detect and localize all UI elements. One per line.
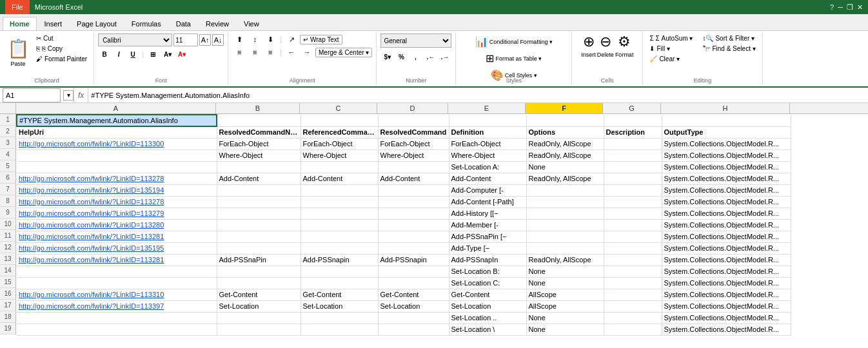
table-cell[interactable]: ForEach-Object (449, 138, 526, 150)
table-cell[interactable]: http://go.microsoft.com/fwlink/?LinkID=1… (17, 196, 217, 208)
table-cell[interactable]: Add-Content (301, 173, 378, 184)
table-cell[interactable]: http://go.microsoft.com/fwlink/?LinkID=1… (17, 138, 217, 150)
table-cell[interactable] (604, 138, 662, 150)
table-cell[interactable] (17, 312, 217, 324)
close-button[interactable]: ✕ (857, 3, 863, 12)
table-cell[interactable] (301, 312, 378, 324)
tab-home[interactable]: Home (3, 17, 37, 30)
table-cell[interactable] (378, 208, 449, 219)
table-cell[interactable] (604, 150, 662, 161)
table-cell[interactable] (217, 324, 301, 335)
table-cell[interactable] (526, 115, 604, 126)
table-cell[interactable]: System.Collections.ObjectModel.R... (662, 138, 791, 150)
table-cell[interactable] (526, 196, 604, 208)
table-cell[interactable]: ReadOnly, AllScope (526, 150, 604, 161)
table-cell[interactable]: OutputType (662, 126, 791, 138)
align-bottom-button[interactable]: ⬇ (263, 34, 277, 45)
comma-button[interactable]: , (409, 50, 422, 63)
table-cell[interactable] (378, 266, 449, 277)
table-cell[interactable] (17, 150, 217, 161)
decrease-font-button[interactable]: A↓ (212, 34, 224, 46)
table-cell[interactable]: Get-Content (449, 289, 526, 300)
table-cell[interactable]: http://go.microsoft.com/fwlink/?LinkID=1… (17, 289, 217, 300)
table-cell[interactable]: ReadOnly, AllScope (526, 173, 604, 184)
table-cell[interactable] (604, 219, 662, 231)
table-cell[interactable]: System.Collections.ObjectModel.R... (662, 219, 791, 231)
table-cell[interactable]: Add-PSSnaPin [− (449, 231, 526, 242)
table-cell[interactable] (17, 324, 217, 335)
table-cell[interactable] (604, 161, 662, 173)
accounting-button[interactable]: $▾ (380, 50, 393, 63)
col-header-h[interactable]: H (661, 103, 790, 113)
table-cell[interactable] (378, 184, 449, 196)
table-cell[interactable] (17, 277, 217, 289)
tab-data[interactable]: Data (169, 17, 198, 30)
table-cell[interactable]: System.Collections.ObjectModel.R... (662, 231, 791, 242)
table-cell[interactable] (604, 242, 662, 254)
table-cell[interactable]: ResolvedCommandName (217, 126, 301, 138)
table-cell[interactable] (17, 266, 217, 277)
table-cell[interactable] (378, 219, 449, 231)
table-cell[interactable] (217, 196, 301, 208)
table-cell[interactable]: System.Collections.ObjectModel.R... (662, 150, 791, 161)
fill-button[interactable]: ⬇ Fill ▾ (647, 44, 695, 53)
table-cell[interactable] (301, 219, 378, 231)
table-cell[interactable] (217, 231, 301, 242)
table-cell[interactable]: Description (604, 126, 662, 138)
table-cell[interactable] (217, 115, 301, 126)
table-cell[interactable]: System.Collections.ObjectModel.R... (662, 277, 791, 289)
cell-reference-input[interactable] (3, 88, 61, 102)
increase-decimal-button[interactable]: .→ (437, 50, 450, 63)
table-cell[interactable]: Set-Location C: (449, 277, 526, 289)
table-cell[interactable]: http://go.microsoft.com/fwlink/?LinkID=1… (17, 254, 217, 266)
table-cell[interactable] (604, 312, 662, 324)
table-cell[interactable] (217, 242, 301, 254)
table-cell[interactable] (378, 242, 449, 254)
table-cell[interactable]: HelpUri (17, 126, 217, 138)
table-cell[interactable] (301, 208, 378, 219)
table-cell[interactable]: Where-Object (378, 150, 449, 161)
table-cell[interactable] (604, 300, 662, 312)
table-cell[interactable] (604, 231, 662, 242)
table-cell[interactable]: Add-Member [- (449, 219, 526, 231)
table-cell[interactable]: Set-Location B: (449, 266, 526, 277)
table-cell[interactable] (301, 161, 378, 173)
table-cell[interactable] (526, 208, 604, 219)
table-cell[interactable]: System.Collections.ObjectModel.R... (662, 196, 791, 208)
table-cell[interactable]: None (526, 277, 604, 289)
font-family-select[interactable]: Calibri (98, 34, 172, 46)
table-cell[interactable] (217, 161, 301, 173)
file-button[interactable]: File (5, 0, 30, 14)
table-cell[interactable] (301, 266, 378, 277)
table-cell[interactable]: System.Collections.ObjectModel.R... (662, 312, 791, 324)
formula-expand-button[interactable]: ▾ (63, 90, 74, 101)
table-cell[interactable] (301, 324, 378, 335)
table-cell[interactable] (604, 196, 662, 208)
align-center-button[interactable]: ≡ (248, 46, 262, 58)
align-right-button[interactable]: ≡ (263, 46, 277, 58)
table-cell[interactable] (378, 161, 449, 173)
table-cell[interactable]: Get-Content (301, 289, 378, 300)
table-cell[interactable]: http://go.microsoft.com/fwlink/?LinkID=1… (17, 208, 217, 219)
table-cell[interactable]: ForEach-Object (301, 138, 378, 150)
table-cell[interactable] (378, 231, 449, 242)
table-cell[interactable] (301, 231, 378, 242)
table-cell[interactable]: System.Collections.ObjectModel.R... (662, 254, 791, 266)
table-cell[interactable]: ForEach-Object (217, 138, 301, 150)
format-label[interactable]: Format (615, 52, 634, 58)
table-cell[interactable]: System.Collections.ObjectModel.R... (662, 161, 791, 173)
table-cell[interactable] (526, 219, 604, 231)
table-cell[interactable] (217, 277, 301, 289)
table-cell[interactable] (378, 115, 449, 126)
align-top-button[interactable]: ⬆ (232, 34, 246, 45)
restore-button[interactable]: ❐ (847, 3, 853, 12)
fill-color-button[interactable]: A▾ (161, 48, 173, 61)
table-cell[interactable]: Set-Location (217, 300, 301, 312)
table-cell[interactable]: System.Collections.ObjectModel.R... (662, 184, 791, 196)
table-cell[interactable] (604, 208, 662, 219)
table-cell[interactable] (217, 208, 301, 219)
increase-indent-button[interactable]: → (300, 46, 314, 58)
tab-page-layout[interactable]: Page Layout (70, 17, 124, 30)
table-cell[interactable]: Set-Location .. (449, 312, 526, 324)
table-cell[interactable] (301, 242, 378, 254)
